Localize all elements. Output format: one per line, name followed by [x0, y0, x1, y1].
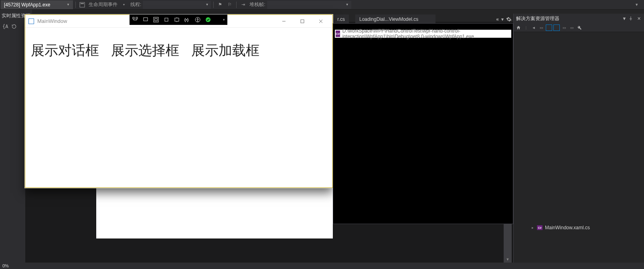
solution-explorer-panel: 解决方案资源管理器 ▼ ✕ | ◄ ▭ ▭ ▭ ▸ C# MainWindow.… [513, 14, 644, 269]
solution-explorer-toolbar: | ◄ ▭ ▭ ▭ [514, 23, 644, 32]
thread-selector[interactable]: ▼ [143, 1, 211, 9]
tool-icon-1[interactable]: ▭ [538, 24, 545, 31]
close-icon[interactable]: ✕ [636, 16, 642, 21]
home-icon[interactable] [515, 24, 522, 31]
solution-explorer-header[interactable]: 解决方案资源管理器 ▼ ✕ [514, 14, 644, 23]
debug-path-bar[interactable]: C# D:\workSpace\WPF\HandControlTest\wpf-… [335, 30, 511, 38]
svg-rect-9 [165, 18, 168, 21]
tree-item-mainwindow-xaml-cs[interactable]: ▸ C# MainWindow.xaml.cs [514, 224, 644, 231]
debug-toolbar: [45728] WpfApp1.exe ▼ 生命周期事件 ▾ 线程: ▼ ⚑ ⚐… [0, 0, 644, 10]
process-selector-label: [45728] WpfApp1.exe [4, 2, 50, 8]
show-loading-button[interactable]: 展示加载框 [191, 41, 259, 60]
flag-off-icon[interactable]: ⚐ [226, 1, 233, 8]
flag-icon[interactable]: ⚑ [217, 1, 224, 8]
close-button[interactable] [312, 16, 330, 27]
solution-explorer-title: 解决方案资源管理器 [516, 15, 559, 22]
stackframe-selector[interactable]: ▼ [267, 1, 351, 9]
zoom-level[interactable]: 0% [2, 263, 9, 268]
chevron-down-icon[interactable]: ▾ [223, 18, 225, 22]
app-icon [28, 18, 34, 24]
binding-errors-icon[interactable]: (•) [184, 16, 190, 23]
chevron-down-icon[interactable]: ▾ [120, 1, 128, 8]
app-window-title: MainWindow [37, 18, 67, 24]
tool-icon-2[interactable] [546, 24, 552, 31]
doc-tab-tools: « ▾ [496, 15, 512, 23]
chevron-down-icon: ▼ [205, 3, 209, 6]
hot-reload-icon[interactable] [174, 16, 180, 23]
accessibility-icon[interactable] [194, 16, 201, 23]
svg-rect-8 [155, 18, 157, 21]
document-tab-loading-viewmodel[interactable]: LoadingDial...ViewModel.cs [355, 14, 435, 23]
scroll-down-icon[interactable]: ▼ [504, 256, 512, 263]
tab-list-icon[interactable]: ▾ [501, 16, 504, 22]
chevron-down-icon: ▼ [67, 3, 70, 6]
minimize-button[interactable] [275, 16, 293, 27]
tab-label: LoadingDial...ViewModel.cs [359, 16, 418, 22]
panel-dropdown-icon[interactable]: ▼ [622, 16, 627, 21]
visual-tree-icon[interactable] [132, 16, 138, 23]
wpf-diagnostic-toolbar[interactable]: (•) ▾ [130, 14, 227, 25]
tool-icon-5[interactable]: ▭ [569, 24, 575, 31]
app-body: 展示对话框 展示选择框 展示加载框 [25, 28, 332, 73]
svg-rect-0 [80, 2, 85, 7]
pin-icon[interactable] [629, 16, 634, 20]
svg-rect-10 [175, 18, 179, 21]
show-select-button[interactable]: 展示选择框 [111, 41, 179, 60]
back-icon[interactable]: ◄ [531, 24, 537, 31]
brackets-icon[interactable]: {A} [2, 24, 9, 29]
tab-overflow-chevrons-icon[interactable]: « [496, 16, 499, 22]
thread-label: 线程: [130, 1, 141, 8]
csharp-badge-icon: C# [336, 31, 340, 37]
svg-rect-3 [301, 20, 304, 23]
svg-rect-4 [133, 17, 134, 19]
svg-rect-6 [144, 18, 148, 21]
gear-icon[interactable] [506, 16, 512, 22]
maximize-button[interactable] [293, 16, 312, 27]
tab-label: r.cs [337, 16, 345, 22]
toolbar-separator [236, 2, 237, 8]
lifecycle-events-label[interactable]: 生命周期事件 [89, 1, 117, 8]
wrench-icon[interactable] [576, 24, 583, 31]
running-app-window: MainWindow 展示对话框 展示选择框 展示加载框 [25, 14, 333, 188]
svg-rect-1 [81, 3, 84, 4]
success-check-icon[interactable] [205, 16, 211, 23]
status-bar: 0% [0, 263, 644, 269]
debug-output-window: C# D:\workSpace\WPF\HandControlTest\wpf-… [333, 23, 513, 224]
toolbar-overflow-icon[interactable]: ▾ [633, 1, 640, 8]
layout-adorner-icon[interactable] [153, 16, 159, 23]
process-selector[interactable]: [45728] WpfApp1.exe ▼ [1, 0, 73, 9]
toolbar-separator [213, 2, 214, 8]
refresh-icon[interactable] [11, 24, 17, 29]
svg-rect-5 [136, 17, 138, 19]
select-element-icon[interactable] [142, 16, 149, 23]
lifecycle-events-icon[interactable] [79, 1, 86, 8]
stackframe-label: 堆栈帧: [249, 1, 265, 8]
chevron-down-icon: ▼ [346, 3, 349, 6]
show-dialog-button[interactable]: 展示对话框 [31, 41, 99, 60]
left-tool-strip: {A} [0, 22, 25, 263]
tree-item-label: MainWindow.xaml.cs [545, 225, 590, 230]
tool-icon-3[interactable] [553, 24, 560, 31]
track-focus-icon[interactable] [163, 16, 170, 23]
svg-point-13 [197, 18, 198, 19]
solution-tree[interactable]: ▸ C# MainWindow.xaml.cs [514, 32, 644, 269]
tool-icon-4[interactable]: ▭ [561, 24, 567, 31]
csharp-file-icon: C# [537, 225, 543, 230]
separator: | [523, 24, 529, 31]
toolbar-separator [75, 2, 76, 8]
executable-path: D:\workSpace\WPF\HandControlTest\wpf-han… [342, 28, 510, 39]
svg-text:{A}: {A} [2, 24, 9, 29]
svg-rect-7 [154, 17, 158, 22]
expand-icon[interactable]: ▸ [531, 226, 535, 230]
svg-text:(•): (•) [184, 18, 188, 22]
step-over-icon[interactable]: ⇥ [239, 1, 247, 8]
